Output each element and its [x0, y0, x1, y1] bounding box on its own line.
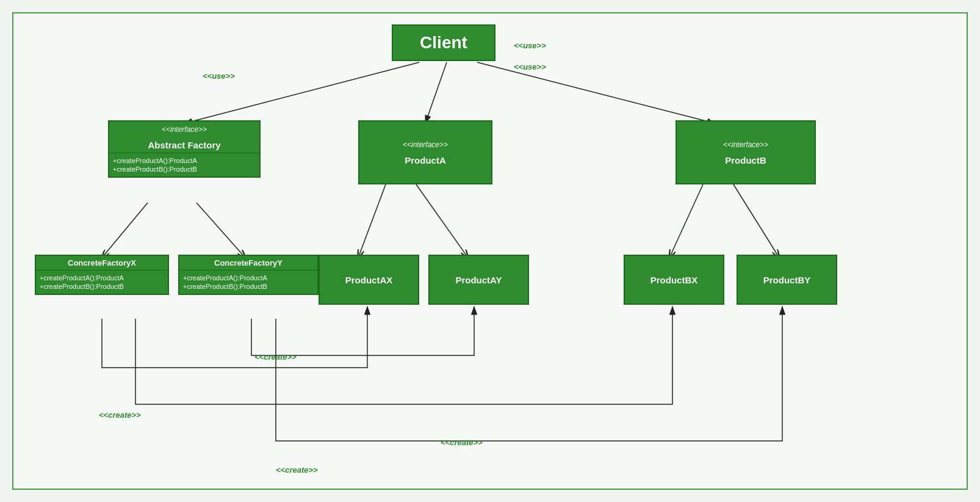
abstract-factory-title: Abstract Factory	[109, 137, 259, 153]
method-2: +createProductB():ProductB	[113, 166, 256, 173]
client-box: Client	[392, 24, 495, 61]
cfx-method-2: +createProductB():ProductB	[40, 283, 164, 290]
product-b-box: <<interface>> ProductB	[676, 120, 816, 184]
create-label-3: <<create>>	[441, 438, 483, 447]
use-label-2: <<use>>	[514, 41, 546, 50]
product-by-title: ProductBY	[758, 272, 816, 288]
product-bx-title: ProductBX	[646, 272, 703, 288]
arrows-svg	[13, 13, 967, 489]
abstract-factory-box: <<interface>> Abstract Factory +createPr…	[108, 120, 261, 178]
svg-line-8	[669, 184, 703, 258]
abstract-factory-methods: +createProductA():ProductA +createProduc…	[109, 153, 259, 176]
product-ax-title: ProductAX	[340, 272, 398, 288]
product-by-box: ProductBY	[737, 255, 837, 305]
svg-line-6	[358, 184, 386, 258]
product-ax-box: ProductAX	[319, 255, 419, 305]
cfy-method-1: +createProductA():ProductA	[183, 274, 314, 282]
product-a-header: <<interface>>	[359, 137, 491, 153]
cfx-method-1: +createProductA():ProductA	[40, 274, 164, 282]
concrete-factory-x-methods: +createProductA():ProductA +createProduc…	[36, 270, 168, 294]
concrete-factory-x-title: ConcreteFactoryX	[36, 256, 168, 270]
concrete-factory-x-box: ConcreteFactoryX +createProductA():Produ…	[35, 255, 169, 295]
svg-line-9	[733, 184, 779, 258]
concrete-factory-y-title: ConcreteFactoryY	[179, 256, 317, 270]
method-1: +createProductA():ProductA	[113, 157, 256, 164]
product-bx-box: ProductBX	[624, 255, 724, 305]
create-label-4: <<create>>	[276, 465, 318, 475]
client-title: Client	[415, 31, 472, 55]
cfy-method-2: +createProductB():ProductB	[183, 283, 314, 290]
svg-line-5	[196, 203, 245, 258]
svg-line-4	[102, 203, 148, 258]
svg-line-7	[416, 184, 468, 258]
create-label-2: <<create>>	[99, 410, 141, 420]
product-ay-box: ProductAY	[428, 255, 529, 305]
use-label-3: <<use>>	[514, 62, 546, 71]
use-label-1: <<use>>	[203, 71, 235, 81]
product-ay-title: ProductAY	[450, 272, 506, 288]
concrete-factory-y-methods: +createProductA():ProductA +createProduc…	[179, 270, 317, 294]
svg-line-3	[477, 62, 715, 123]
abstract-factory-header: <<interface>>	[109, 122, 259, 137]
product-a-title: ProductA	[359, 153, 491, 168]
diagram-container: <<use>> <<use>> <<use>> <<create>> <<cre…	[12, 12, 968, 490]
create-label-1: <<create>>	[254, 352, 297, 362]
svg-line-2	[425, 62, 447, 123]
product-b-title: ProductB	[677, 153, 815, 168]
product-b-header: <<interface>>	[677, 137, 815, 153]
product-a-box: <<interface>> ProductA	[358, 120, 492, 184]
concrete-factory-y-box: ConcreteFactoryY +createProductA():Produ…	[178, 255, 319, 295]
